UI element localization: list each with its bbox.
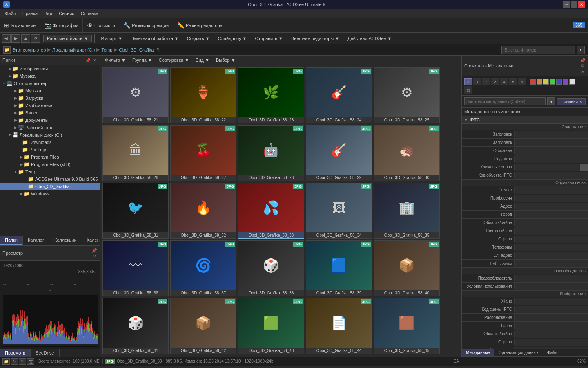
tree-item-oboi[interactable]: 📁 Oboi_3D_Grafika bbox=[0, 183, 100, 190]
addr-computer[interactable]: Этот компьютер bbox=[12, 47, 46, 52]
meta-email-input[interactable] bbox=[515, 252, 588, 259]
tree-arrow[interactable]: ▶ bbox=[13, 89, 18, 93]
close-button[interactable]: ✕ bbox=[578, 1, 585, 8]
tree-item-downloads[interactable]: ▶ 📁 Загрузки bbox=[0, 94, 100, 102]
bottom-tab-seedrive[interactable]: SeeDrive bbox=[31, 349, 59, 357]
tree-item-perflogs[interactable]: 📁 PerfLogs bbox=[0, 146, 100, 153]
thumbnail-item[interactable]: 🎲JPGOboi_3D_Grafika_58_41 bbox=[102, 298, 169, 354]
square-button[interactable]: □ bbox=[464, 86, 472, 94]
meta-location-input[interactable] bbox=[515, 314, 588, 321]
metadata-template-dropdown[interactable]: ▼ bbox=[547, 97, 555, 105]
import-button[interactable]: Импорт ▼ bbox=[97, 35, 126, 42]
meta-iptcscene-input[interactable] bbox=[515, 306, 588, 313]
tree-item-drive-c[interactable]: ▼ 💾 Локальный диск (C:) bbox=[0, 131, 100, 139]
tree-item-windows[interactable]: ▶ 📁 Windows bbox=[0, 190, 100, 197]
tree-arrow[interactable]: ▼ bbox=[2, 81, 7, 85]
thumbnail-item[interactable]: ⚙JPGOboi_3D_Grafika_58_21 bbox=[102, 67, 169, 123]
metadata-apply-button[interactable]: Применить bbox=[557, 98, 586, 105]
thumbnail-item[interactable]: 🖼JPGOboi_3D_Grafika_58_34 bbox=[306, 183, 372, 239]
tree-arrow[interactable]: ▶ bbox=[13, 118, 18, 122]
num5-button[interactable]: 5 bbox=[509, 78, 517, 85]
tree-item-computer[interactable]: ▼ 💻 Этот компьютер bbox=[0, 80, 100, 87]
menu-help[interactable]: Справка bbox=[78, 10, 102, 17]
color-white[interactable] bbox=[569, 79, 575, 85]
tree-arrow[interactable]: ▶ bbox=[7, 67, 12, 71]
meta-country-input[interactable] bbox=[515, 236, 588, 243]
right-float-button[interactable]: ⧉ bbox=[580, 63, 586, 69]
thumbnail-item[interactable]: 🟦JPGOboi_3D_Grafika_58_39 bbox=[306, 240, 372, 296]
panel-close-button[interactable]: ✕ bbox=[91, 57, 97, 63]
meta-iptccode-input[interactable] bbox=[515, 172, 588, 179]
meta-imgcity-input[interactable] bbox=[515, 322, 588, 330]
tree-arrow[interactable]: ▶ bbox=[13, 103, 18, 108]
meta-web-input[interactable] bbox=[515, 260, 588, 267]
addr-refresh-button[interactable]: ↻ bbox=[155, 46, 163, 54]
thumbnail-item[interactable]: 🏛JPGOboi_3D_Grafika_58_26 bbox=[102, 125, 169, 181]
iptc-section-header[interactable]: ▼ IPTC bbox=[462, 116, 588, 124]
tree-item-progfiles86[interactable]: ▶ 📁 Program Files (x86) bbox=[0, 161, 100, 168]
send-button[interactable]: Отправить ▼ bbox=[251, 35, 287, 42]
tree-item-desktop[interactable]: ▶ 🖥️ Рабочий стол bbox=[0, 124, 100, 131]
group-button[interactable]: Группа ▼ bbox=[130, 57, 155, 63]
create-button[interactable]: Создать ▼ bbox=[183, 35, 214, 42]
meta-profession-input[interactable] bbox=[515, 195, 588, 202]
meta-creator-input[interactable] bbox=[515, 186, 588, 194]
tree-item-progfiles[interactable]: ▶ 📁 Program Files bbox=[0, 153, 100, 161]
tree-arrow[interactable]: ▶ bbox=[19, 192, 24, 196]
tree-item-acdsee[interactable]: 📁 ACDSee Ultimate 9.0 Build 565 bbox=[0, 175, 100, 183]
right-close-button[interactable]: ✕ bbox=[580, 69, 586, 74]
thumbnail-item[interactable]: 🎲JPGOboi_3D_Grafika_58_38 bbox=[238, 240, 304, 296]
filter-button[interactable]: Фильтр ▼ bbox=[102, 57, 128, 63]
meta-owner-input[interactable] bbox=[515, 275, 588, 282]
menu-tools[interactable]: Сервис bbox=[56, 10, 78, 17]
slideshow-button[interactable]: Слайд-шоу ▼ bbox=[214, 35, 251, 42]
tree-item-music[interactable]: ▶ 📁 Музыка bbox=[0, 87, 100, 94]
refresh-button[interactable]: ↻ bbox=[31, 34, 40, 43]
num3-button[interactable]: 3 bbox=[491, 78, 499, 85]
tree-arrow[interactable]: ▼ bbox=[7, 133, 12, 137]
meta-editor-input[interactable] bbox=[515, 155, 588, 163]
meta-city-input[interactable] bbox=[515, 211, 588, 218]
up-button[interactable]: ▲ bbox=[21, 34, 30, 43]
addr-drive[interactable]: Локальный диск (C:) bbox=[52, 47, 95, 52]
tree-item-downloads-c[interactable]: 📁 Downloads bbox=[0, 139, 100, 146]
photos-btn[interactable]: 📷 Фотографии bbox=[40, 18, 83, 32]
statusbar-folder-icon[interactable]: 📁 bbox=[2, 358, 10, 365]
search-options-button[interactable]: ▼ bbox=[577, 46, 585, 54]
thumbnail-item[interactable]: ⚙JPGOboi_3D_Grafika_58_25 bbox=[374, 67, 440, 123]
tree-item-images-top[interactable]: ▶ 📁 Изображения bbox=[0, 65, 100, 72]
thumbnail-item[interactable]: 🌀JPGOboi_3D_Grafika_58_37 bbox=[170, 240, 236, 296]
back-button[interactable]: ◀ bbox=[2, 34, 11, 43]
addr-temp[interactable]: Temp bbox=[101, 47, 112, 52]
tab-collections[interactable]: Коллекции bbox=[49, 236, 82, 245]
num2-button[interactable]: 2 bbox=[482, 78, 490, 85]
manage-btn[interactable]: ⊞ Управление bbox=[0, 18, 40, 32]
tree-arrow[interactable]: ▶ bbox=[13, 96, 18, 100]
meta-phone-input[interactable] bbox=[515, 244, 588, 251]
num4-button[interactable]: 4 bbox=[500, 78, 508, 85]
tree-arrow[interactable]: ▶ bbox=[7, 74, 12, 78]
pencil-button[interactable]: ✎ bbox=[518, 78, 526, 85]
tree-item-temp[interactable]: ▼ 📁 Temp bbox=[0, 168, 100, 175]
meta-imgcountry-input[interactable] bbox=[515, 339, 588, 346]
tree-item-video[interactable]: ▶ 📁 Видео bbox=[0, 109, 100, 117]
metadata-template-input[interactable] bbox=[464, 97, 546, 105]
statusbar-camera-icon[interactable]: 📷 bbox=[27, 358, 34, 365]
statusbar-sync-icon[interactable]: ⟳ bbox=[19, 358, 26, 365]
thumbnail-item[interactable]: 🟫JPGOboi_3D_Grafika_58_45 bbox=[374, 298, 440, 354]
view-button[interactable]: Вид ▼ bbox=[193, 57, 212, 63]
tree-item-music-top[interactable]: ▶ 📁 Музыка bbox=[0, 72, 100, 80]
tree-item-docs[interactable]: ▶ 📁 Документы bbox=[0, 117, 100, 124]
preview-close-button[interactable]: ✕ bbox=[91, 253, 97, 259]
thumbnail-item[interactable]: 🦔JPGOboi_3D_Grafika_58_30 bbox=[374, 125, 440, 181]
meta-keywords-btn[interactable]: … bbox=[580, 164, 588, 171]
right-pin-button[interactable]: 📌 bbox=[580, 57, 586, 63]
meta-imgregion-input[interactable] bbox=[515, 330, 588, 338]
tab-catalog[interactable]: Каталог bbox=[23, 236, 49, 245]
thumbnail-item[interactable]: 🏺JPGOboi_3D_Grafika_58_22 bbox=[170, 67, 236, 123]
right-tab-organize[interactable]: Организация данных bbox=[494, 349, 543, 356]
right-tab-file[interactable]: Файл bbox=[543, 349, 562, 356]
thumbnail-item[interactable]: 🍒JPGOboi_3D_Grafika_58_27 bbox=[170, 125, 236, 181]
statusbar-refresh-icon[interactable]: ↻ bbox=[11, 358, 18, 365]
thumbnail-item[interactable]: 🎸JPGOboi_3D_Grafika_58_29 bbox=[306, 125, 372, 181]
